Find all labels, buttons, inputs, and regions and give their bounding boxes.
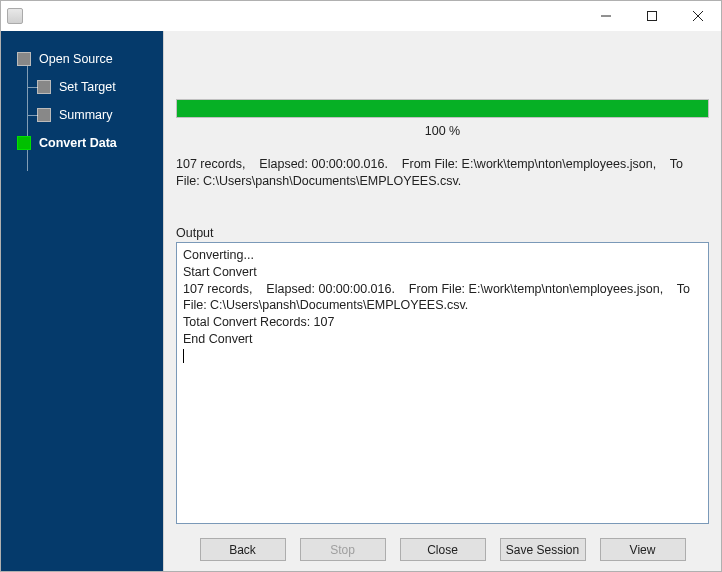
save-session-button[interactable]: Save Session (500, 538, 586, 561)
progress-fill (177, 100, 708, 117)
svg-rect-1 (648, 12, 657, 21)
sidebar-item-label: Convert Data (39, 136, 117, 150)
app-window: Open Source Set Target Summary Convert D… (0, 0, 722, 572)
button-row: Back Stop Close Save Session View (164, 530, 721, 571)
step-box-icon (37, 108, 51, 122)
close-window-button[interactable] (675, 1, 721, 31)
maximize-button[interactable] (629, 1, 675, 31)
output-label: Output (176, 226, 709, 240)
sidebar-item-label: Set Target (59, 80, 116, 94)
output-content: Converting... Start Convert 107 records,… (183, 248, 693, 346)
titlebar (1, 1, 721, 31)
view-button[interactable]: View (600, 538, 686, 561)
sidebar-item-label: Summary (59, 108, 112, 122)
sidebar: Open Source Set Target Summary Convert D… (1, 31, 163, 571)
step-box-icon (37, 80, 51, 94)
step-box-icon (17, 52, 31, 66)
output-textarea[interactable]: Converting... Start Convert 107 records,… (176, 242, 709, 524)
maximize-icon (647, 11, 657, 21)
window-controls (583, 1, 721, 31)
main-panel: 100 % 107 records, Elapsed: 00:00:00.016… (163, 31, 721, 571)
progress-bar (176, 99, 709, 118)
close-button[interactable]: Close (400, 538, 486, 561)
sidebar-item-convert-data[interactable]: Convert Data (9, 129, 155, 157)
back-button[interactable]: Back (200, 538, 286, 561)
progress-section: 100 % (176, 99, 709, 138)
sidebar-item-label: Open Source (39, 52, 113, 66)
text-cursor (183, 349, 184, 363)
sidebar-item-open-source[interactable]: Open Source (9, 45, 155, 73)
sidebar-item-summary[interactable]: Summary (9, 101, 155, 129)
step-box-icon (17, 136, 31, 150)
progress-percent-label: 100 % (176, 124, 709, 138)
body: Open Source Set Target Summary Convert D… (1, 31, 721, 571)
status-text: 107 records, Elapsed: 00:00:00.016. From… (176, 156, 709, 190)
stop-button: Stop (300, 538, 386, 561)
close-icon (693, 11, 703, 21)
content: 100 % 107 records, Elapsed: 00:00:00.016… (164, 31, 721, 530)
sidebar-item-set-target[interactable]: Set Target (9, 73, 155, 101)
minimize-button[interactable] (583, 1, 629, 31)
app-icon (7, 8, 23, 24)
minimize-icon (601, 11, 611, 21)
